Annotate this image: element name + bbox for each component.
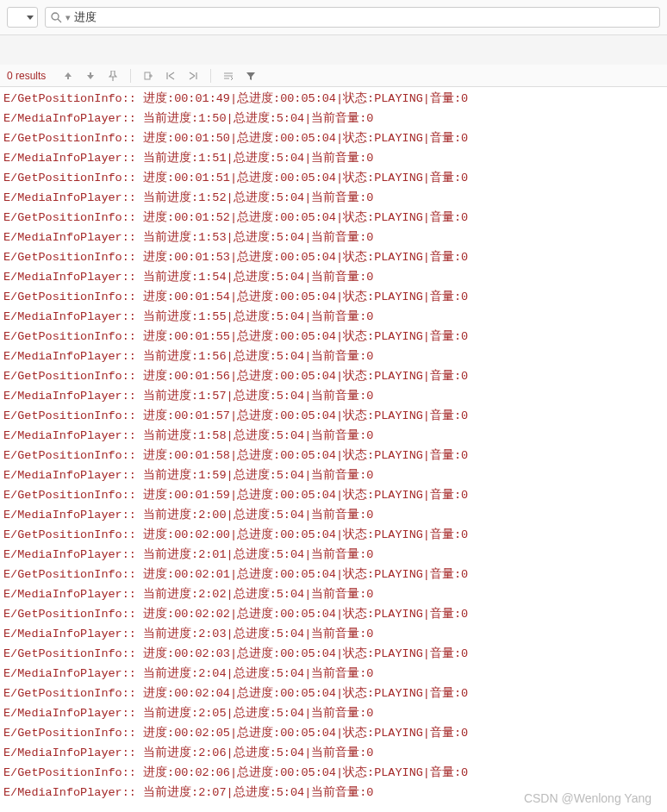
log-line[interactable]: E/GetPositionInfo:: 进度:00:02:02|总进度:00:0…	[3, 604, 664, 624]
log-line[interactable]: E/MediaInfoPlayer:: 当前进度:2:01|总进度:5:04|当…	[3, 545, 664, 565]
log-line[interactable]: E/GetPositionInfo:: 进度:00:01:57|总进度:00:0…	[3, 406, 664, 426]
log-line[interactable]: E/GetPositionInfo:: 进度:00:01:53|总进度:00:0…	[3, 247, 664, 267]
log-line[interactable]: E/MediaInfoPlayer:: 当前进度:2:07|总进度:5:04|当…	[3, 783, 664, 803]
filter-dropdown[interactable]	[7, 7, 38, 28]
log-line[interactable]: E/GetPositionInfo:: 进度:00:01:58|总进度:00:0…	[3, 446, 664, 465]
svg-point-0	[52, 13, 59, 20]
log-line[interactable]: E/GetPositionInfo:: 进度:00:02:04|总进度:00:0…	[3, 684, 664, 703]
log-line[interactable]: E/GetPositionInfo:: 进度:00:01:54|总进度:00:0…	[3, 287, 664, 307]
pin-icon[interactable]	[106, 69, 120, 83]
log-line[interactable]: E/GetPositionInfo:: 进度:00:02:03|总进度:00:0…	[3, 644, 664, 664]
search-field[interactable]: ▾	[45, 7, 660, 28]
log-line[interactable]: E/GetPositionInfo:: 进度:00:01:59|总进度:00:0…	[3, 485, 664, 505]
add-bookmark-icon[interactable]	[141, 69, 155, 83]
log-line[interactable]: E/GetPositionInfo:: 进度:00:01:51|总进度:00:0…	[3, 168, 664, 188]
scroll-start-icon[interactable]	[164, 69, 178, 83]
svg-line-1	[58, 19, 61, 22]
separator	[210, 69, 211, 83]
results-count: 0 results	[7, 70, 46, 82]
log-line[interactable]: E/MediaInfoPlayer:: 当前进度:1:53|总进度:5:04|当…	[3, 228, 664, 247]
log-toolbar: 0 results	[0, 65, 667, 87]
log-line[interactable]: E/MediaInfoPlayer:: 当前进度:1:51|总进度:5:04|当…	[3, 148, 664, 168]
scroll-end-icon[interactable]	[186, 69, 200, 83]
log-line[interactable]: E/GetPositionInfo:: 进度:00:01:50|总进度:00:0…	[3, 128, 664, 148]
log-line[interactable]: E/MediaInfoPlayer:: 当前进度:1:54|总进度:5:04|当…	[3, 267, 664, 287]
search-input[interactable]	[74, 11, 654, 24]
log-line[interactable]: E/MediaInfoPlayer:: 当前进度:1:55|总进度:5:04|当…	[3, 307, 664, 327]
log-line[interactable]: E/MediaInfoPlayer:: 当前进度:1:59|总进度:5:04|当…	[3, 465, 664, 485]
soft-wrap-icon[interactable]	[221, 69, 235, 83]
log-line[interactable]: E/MediaInfoPlayer:: 当前进度:2:03|总进度:5:04|当…	[3, 624, 664, 644]
log-line[interactable]: E/MediaInfoPlayer:: 当前进度:2:02|总进度:5:04|当…	[3, 584, 664, 604]
log-line[interactable]: E/GetPositionInfo:: 进度:00:01:55|总进度:00:0…	[3, 327, 664, 347]
log-line[interactable]: E/GetPositionInfo:: 进度:00:01:56|总进度:00:0…	[3, 366, 664, 386]
log-line[interactable]: E/MediaInfoPlayer:: 当前进度:1:56|总进度:5:04|当…	[3, 347, 664, 366]
chevron-down-icon	[27, 16, 34, 20]
log-line[interactable]: E/MediaInfoPlayer:: 当前进度:1:52|总进度:5:04|当…	[3, 188, 664, 208]
log-line[interactable]: E/MediaInfoPlayer:: 当前进度:1:57|总进度:5:04|当…	[3, 386, 664, 406]
separator	[130, 69, 131, 83]
log-line[interactable]: E/GetPositionInfo:: 进度:00:01:52|总进度:00:0…	[3, 208, 664, 228]
log-line[interactable]: E/GetPositionInfo:: 进度:00:02:05|总进度:00:0…	[3, 723, 664, 743]
log-line[interactable]: E/MediaInfoPlayer:: 当前进度:2:00|总进度:5:04|当…	[3, 505, 664, 525]
log-line[interactable]: E/GetPositionInfo:: 进度:00:02:06|总进度:00:0…	[3, 763, 664, 783]
log-line[interactable]: E/MediaInfoPlayer:: 当前进度:1:50|总进度:5:04|当…	[3, 109, 664, 128]
log-line[interactable]: E/MediaInfoPlayer:: 当前进度:2:05|总进度:5:04|当…	[3, 703, 664, 723]
log-line[interactable]: E/MediaInfoPlayer:: 当前进度:2:06|总进度:5:04|当…	[3, 743, 664, 763]
log-line[interactable]: E/GetPositionInfo:: 进度:00:02:00|总进度:00:0…	[3, 525, 664, 545]
log-output[interactable]: E/GetPositionInfo:: 进度:00:01:49|总进度:00:0…	[0, 87, 667, 804]
arrow-down-icon[interactable]	[84, 69, 97, 83]
log-line[interactable]: E/MediaInfoPlayer:: 当前进度:2:04|总进度:5:04|当…	[3, 664, 664, 684]
top-bar: ▾	[0, 0, 667, 35]
arrow-up-icon[interactable]	[61, 69, 75, 83]
filter-icon[interactable]	[244, 69, 258, 83]
regex-indicator: ▾	[65, 12, 71, 23]
log-line[interactable]: E/GetPositionInfo:: 进度:00:02:01|总进度:00:0…	[3, 565, 664, 584]
spacer-bar	[0, 35, 667, 65]
log-line[interactable]: E/GetPositionInfo:: 进度:00:01:49|总进度:00:0…	[3, 89, 664, 109]
log-line[interactable]: E/MediaInfoPlayer:: 当前进度:1:58|总进度:5:04|当…	[3, 426, 664, 446]
search-icon	[51, 12, 62, 23]
